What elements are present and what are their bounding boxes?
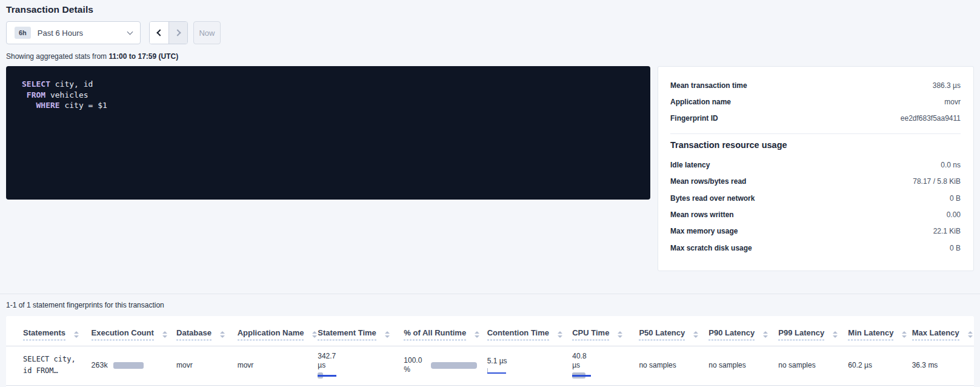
pct-runtime-unit: %	[404, 365, 422, 374]
sort-icon[interactable]	[312, 331, 317, 338]
statement-time-bar	[318, 372, 342, 379]
column-label: P90 Latency	[708, 328, 755, 340]
column-header-cpu-time[interactable]: CPU Time	[572, 318, 639, 346]
transaction-details-page: Transaction Details 6h Past 6 Hours Now …	[0, 0, 980, 387]
resource-usage-heading: Transaction resource usage	[670, 140, 961, 150]
summary-value: 0.00	[947, 210, 961, 219]
column-header-p99-latency[interactable]: P99 Latency	[778, 318, 848, 346]
summary-label: Max memory usage	[670, 227, 738, 235]
p90-latency-cell: no samples	[708, 346, 778, 386]
column-header-p50-latency[interactable]: P50 Latency	[639, 318, 708, 346]
column-label: Statement Time	[318, 328, 376, 340]
column-label: Execution Count	[92, 328, 154, 340]
summary-label: Mean rows written	[670, 210, 734, 219]
column-label: CPU Time	[572, 328, 609, 340]
contention-time-value: 5.1 µs	[487, 357, 569, 366]
contention-time-bar	[487, 368, 506, 374]
summary-value: 0 B	[950, 194, 961, 203]
sort-icon[interactable]	[74, 331, 79, 338]
statements-table-caption: 1-1 of 1 statement fingerprints for this…	[6, 301, 974, 309]
chevron-right-icon	[174, 29, 181, 36]
resource-usage-rows: Idle latency0.0 nsMean rows/bytes read78…	[670, 156, 961, 256]
summary-label: Max scratch disk usage	[670, 244, 752, 252]
column-header-max-latency[interactable]: Max Latency	[912, 318, 974, 346]
sort-icon[interactable]	[220, 331, 225, 338]
statement-link[interactable]: SELECT city, id FROM…	[23, 354, 88, 377]
summary-row: Application namemovr	[670, 93, 961, 110]
sort-icon[interactable]	[902, 331, 907, 338]
page-title: Transaction Details	[6, 0, 974, 15]
column-header-statement-time[interactable]: Statement Time	[318, 318, 404, 346]
cpu-time-unit: µs	[572, 361, 635, 370]
summary-row: Fingerprint IDee2df683f5aa9411	[670, 110, 961, 127]
statement-time-cell: 342.7 µs	[318, 352, 400, 379]
section-divider	[0, 294, 980, 294]
sql-line: SELECT city, id	[22, 79, 635, 90]
sort-icon[interactable]	[833, 331, 838, 338]
sort-icon[interactable]	[618, 331, 622, 338]
statements-table-card: StatementsExecution CountDatabaseApplica…	[6, 316, 974, 387]
cpu-time-bar	[572, 372, 596, 379]
summary-row: Max scratch disk usage0 B	[670, 240, 961, 256]
application-name-cell: movr	[238, 346, 318, 386]
prev-time-button[interactable]	[150, 22, 168, 44]
column-header-application-name[interactable]: Application Name	[238, 318, 318, 346]
summary-divider	[670, 133, 961, 134]
sort-icon[interactable]	[162, 331, 167, 338]
column-label: Database	[176, 328, 212, 340]
summary-label: Idle latency	[670, 161, 710, 169]
p99-latency-cell: no samples	[778, 346, 848, 386]
sql-line: WHERE city = $1	[22, 100, 635, 111]
statements-table-header-row: StatementsExecution CountDatabaseApplica…	[6, 318, 974, 346]
column-header-min-latency[interactable]: Min Latency	[848, 318, 912, 346]
statement-time-unit: µs	[318, 361, 400, 370]
sort-icon[interactable]	[558, 331, 562, 338]
column-header-p90-latency[interactable]: P90 Latency	[708, 318, 778, 346]
summary-row: Mean rows/bytes read78.17 / 5.8 KiB	[670, 173, 961, 190]
p50-latency-cell: no samples	[639, 346, 708, 386]
execution-count-cell: 263k	[92, 361, 173, 369]
column-header-contention-time[interactable]: Contention Time	[487, 318, 573, 346]
summary-value: ee2df683f5aa9411	[901, 114, 961, 123]
chevron-down-icon	[127, 29, 133, 35]
time-range-label: Past 6 Hours	[38, 29, 83, 38]
summary-row: Max memory usage22.1 KiB	[670, 223, 961, 240]
sql-statement-box: SELECT city, id FROM vehicles WHERE city…	[6, 66, 650, 200]
next-time-button[interactable]	[168, 22, 187, 44]
summary-row: Idle latency0.0 ns	[670, 156, 961, 173]
statement-text-line2: id FROM…	[23, 365, 88, 377]
summary-label: Mean transaction time	[670, 81, 747, 90]
execution-count-bar	[113, 362, 144, 369]
sort-icon[interactable]	[763, 331, 768, 338]
statement-text-line1: SELECT city,	[23, 354, 88, 365]
column-header-statements[interactable]: Statements	[6, 318, 92, 346]
time-controls: 6h Past 6 Hours Now	[6, 21, 974, 44]
column-header-execution-count[interactable]: Execution Count	[92, 318, 177, 346]
sort-icon[interactable]	[968, 331, 973, 338]
column-label: Min Latency	[848, 328, 893, 340]
pct-runtime-cell: 100.0 %	[404, 356, 483, 374]
summary-value: 22.1 KiB	[933, 227, 961, 235]
column-label: Statements	[23, 328, 65, 340]
statement-row: SELECT city, id FROM… 263k movr movr	[6, 346, 974, 386]
stats-line-prefix: Showing aggregated stats from	[6, 52, 108, 61]
now-button[interactable]: Now	[193, 21, 221, 44]
pct-runtime-value: 100.0	[404, 356, 422, 365]
column-header-of-all-runtime[interactable]: % of All Runtime	[404, 318, 487, 346]
column-label: P50 Latency	[639, 328, 685, 340]
column-label: Application Name	[238, 328, 304, 340]
summary-value: 386.3 µs	[933, 81, 961, 90]
sort-icon[interactable]	[475, 331, 479, 338]
column-header-database[interactable]: Database	[176, 318, 238, 346]
time-range-dropdown[interactable]: 6h Past 6 Hours	[6, 21, 141, 44]
column-label: Max Latency	[912, 328, 959, 340]
time-nav-buttons	[149, 21, 188, 44]
sort-icon[interactable]	[693, 331, 698, 338]
sort-icon[interactable]	[385, 331, 390, 338]
summary-value: 0.0 ns	[941, 161, 961, 169]
summary-value: 0 B	[950, 244, 961, 252]
summary-row: Mean transaction time386.3 µs	[670, 77, 961, 93]
sql-code: SELECT city, id FROM vehicles WHERE city…	[22, 79, 635, 111]
summary-row: Mean rows written0.00	[670, 206, 961, 223]
execution-count-value: 263k	[92, 361, 108, 369]
